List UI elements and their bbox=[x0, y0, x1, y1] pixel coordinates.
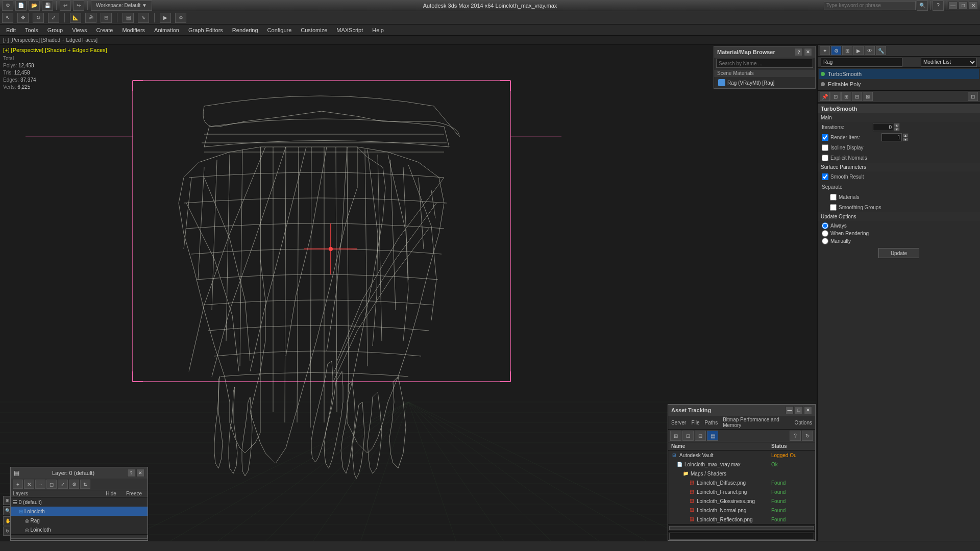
menu-tools[interactable]: Tools bbox=[21, 26, 42, 34]
scale-btn[interactable]: ⤢ bbox=[48, 13, 59, 23]
menu-maxscript[interactable]: MAXScript bbox=[332, 26, 367, 34]
help-btn[interactable]: ? bbox=[933, 1, 944, 11]
layer-new-btn[interactable]: + bbox=[13, 480, 23, 489]
manually-radio[interactable] bbox=[822, 238, 828, 244]
iterations-spinner[interactable]: ▲ ▼ bbox=[873, 123, 900, 131]
app-icon[interactable]: ⚙ bbox=[2, 1, 13, 11]
create-panel-btn[interactable]: ✦ bbox=[820, 46, 830, 55]
menu-animation[interactable]: Animation bbox=[150, 26, 183, 34]
layer-row-rag[interactable]: ◎ Rag bbox=[11, 516, 148, 525]
layer-select-btn[interactable]: ◻ bbox=[46, 480, 57, 489]
layer-row-loincloth2[interactable]: ◎ Loincloth bbox=[11, 525, 148, 534]
layer-btn[interactable]: ▤ bbox=[122, 13, 134, 23]
asset-menu-file[interactable]: File bbox=[690, 419, 700, 426]
motion-btn[interactable]: ▶ bbox=[853, 46, 864, 55]
layer-panel-header[interactable]: ▤ Layer: 0 (default) ? ✕ bbox=[11, 467, 148, 479]
hierarchy-btn[interactable]: ⊞ bbox=[842, 46, 852, 55]
mat-search-input[interactable] bbox=[716, 59, 813, 68]
close-btn[interactable]: ✕ bbox=[969, 2, 978, 10]
rotate-btn[interactable]: ↻ bbox=[33, 13, 44, 23]
asset-close-btn[interactable]: ✕ bbox=[804, 406, 812, 414]
menu-rendering[interactable]: Rendering bbox=[228, 26, 262, 34]
layer-scrollbar[interactable] bbox=[11, 534, 148, 540]
open-btn[interactable]: 📂 bbox=[29, 1, 40, 11]
menu-create[interactable]: Create bbox=[92, 26, 117, 34]
new-btn[interactable]: 📄 bbox=[15, 1, 27, 11]
iterations-up-btn[interactable]: ▲ bbox=[894, 123, 900, 127]
asset-tool4[interactable]: ▤ bbox=[707, 431, 718, 441]
render-btn[interactable]: ▶ bbox=[160, 13, 171, 23]
maximize-btn[interactable]: □ bbox=[959, 2, 968, 10]
asset-restore-btn[interactable]: □ bbox=[795, 406, 803, 414]
save-btn[interactable]: 💾 bbox=[42, 1, 53, 11]
layer-sort-btn[interactable]: ⇅ bbox=[80, 480, 90, 489]
asset-row-reflection[interactable]: 🖼 Loincloth_Reflection.png Found bbox=[668, 515, 815, 524]
display-btn[interactable]: 👁 bbox=[865, 46, 875, 55]
modifier-editablepoly[interactable]: Editable Poly bbox=[819, 79, 979, 89]
asset-menu-options[interactable]: Options bbox=[794, 419, 813, 426]
smooth-result-checkbox[interactable] bbox=[822, 173, 828, 180]
align-btn[interactable]: ⊟ bbox=[101, 13, 112, 23]
menu-help[interactable]: Help bbox=[368, 26, 388, 34]
layer-close-btn[interactable]: ✕ bbox=[136, 469, 144, 477]
mod-prop4[interactable]: ⊠ bbox=[863, 92, 873, 101]
menu-configure[interactable]: Configure bbox=[263, 26, 296, 34]
main-subsection-header[interactable]: Main bbox=[818, 113, 980, 122]
mod-prop1[interactable]: ⊡ bbox=[830, 92, 841, 101]
minimize-btn[interactable]: — bbox=[948, 2, 958, 10]
asset-help-btn[interactable]: ? bbox=[790, 431, 801, 441]
layer-row-loincloth[interactable]: ⊞ Loincloth bbox=[11, 507, 148, 516]
search-icon[interactable]: 🔍 bbox=[917, 1, 928, 11]
render-iters-down-btn[interactable]: ▼ bbox=[902, 137, 909, 141]
menu-customize[interactable]: Customize bbox=[297, 26, 331, 34]
mod-prop3[interactable]: ⊟ bbox=[852, 92, 862, 101]
always-radio[interactable] bbox=[822, 222, 828, 229]
asset-refresh-btn[interactable]: ↻ bbox=[802, 431, 813, 441]
layer-help-btn[interactable]: ? bbox=[127, 469, 135, 477]
layer-scrollbar-track[interactable] bbox=[11, 535, 148, 539]
workspace-btn[interactable]: Workspace: Default ▼ bbox=[91, 1, 152, 11]
layer-add-sel-btn[interactable]: → bbox=[35, 480, 45, 489]
asset-row-maxfile[interactable]: 📄 Loincloth_max_vray.max Ok bbox=[668, 460, 815, 469]
asset-menu-paths[interactable]: Paths bbox=[704, 419, 719, 426]
asset-row-normal[interactable]: 🖼 Loincloth_Normal.png Found bbox=[668, 506, 815, 515]
mat-browser-close-btn[interactable]: ✕ bbox=[804, 48, 812, 56]
object-name-input[interactable] bbox=[821, 58, 902, 67]
materials-checkbox[interactable] bbox=[830, 194, 837, 201]
asset-path-input[interactable] bbox=[669, 533, 814, 540]
smoothing-groups-checkbox[interactable] bbox=[830, 204, 837, 211]
move-btn[interactable]: ✥ bbox=[17, 13, 29, 23]
pin-btn[interactable]: 📌 bbox=[820, 92, 830, 101]
asset-menu-bitmap[interactable]: Bitmap Performance and Memory bbox=[722, 416, 790, 429]
curve-btn[interactable]: ∿ bbox=[138, 13, 149, 23]
menu-group[interactable]: Group bbox=[43, 26, 67, 34]
mat-item-rag[interactable]: Rag (VRayMtl) [Rag] bbox=[714, 77, 815, 88]
isoline-checkbox[interactable] bbox=[822, 144, 828, 151]
asset-scrollbar[interactable] bbox=[668, 524, 815, 531]
render-iters-checkbox[interactable] bbox=[822, 134, 828, 141]
modifier-dropdown[interactable]: Modifier List bbox=[921, 58, 977, 67]
asset-row-fresnel[interactable]: 🖼 Loincloth_Fresnel.png Found bbox=[668, 487, 815, 496]
iterations-down-btn[interactable]: ▼ bbox=[894, 127, 900, 131]
turbosmooth-header[interactable]: TurboSmooth bbox=[818, 104, 980, 113]
undo-btn[interactable]: ↩ bbox=[60, 1, 71, 11]
layer-properties-btn[interactable]: ⚙ bbox=[69, 480, 79, 489]
snap-btn[interactable]: 📐 bbox=[70, 13, 81, 23]
modifier-turbosmooth[interactable]: TurboSmooth bbox=[819, 69, 979, 79]
asset-row-vault[interactable]: ⊞ Autodesk Vault Logged Ou bbox=[668, 450, 815, 460]
update-button[interactable]: Update bbox=[878, 248, 919, 258]
render-iters-spinner[interactable]: ▲ ▼ bbox=[881, 133, 909, 141]
redo-btn[interactable]: ↪ bbox=[73, 1, 84, 11]
asset-row-maps[interactable]: 📁 Maps / Shaders bbox=[668, 469, 815, 478]
asset-tool3[interactable]: ⊟ bbox=[695, 431, 706, 441]
layer-row-default[interactable]: ☰ 0 (default) bbox=[11, 497, 148, 507]
search-input[interactable] bbox=[824, 1, 916, 10]
menu-edit[interactable]: Edit bbox=[2, 26, 20, 34]
asset-scrollbar-track[interactable] bbox=[669, 526, 814, 530]
asset-tool2[interactable]: ⊡ bbox=[682, 431, 694, 441]
asset-row-glossiness[interactable]: 🖼 Loincloth_Glossiness.png Found bbox=[668, 496, 815, 506]
render-iters-up-btn[interactable]: ▲ bbox=[902, 133, 909, 137]
mirror-btn[interactable]: ⧤ bbox=[85, 13, 96, 23]
utilities-btn[interactable]: 🔧 bbox=[876, 46, 886, 55]
asset-menu-server[interactable]: Server bbox=[670, 419, 687, 426]
